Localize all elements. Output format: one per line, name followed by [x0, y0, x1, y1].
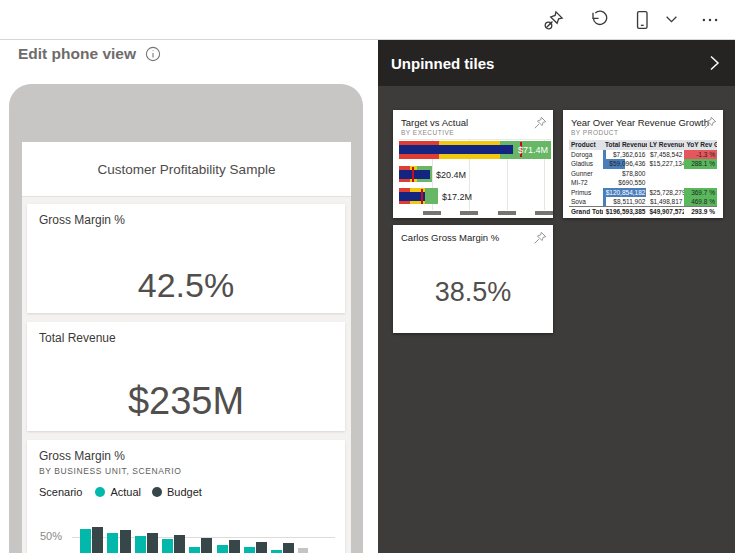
table-cell: $690,550 — [603, 178, 647, 188]
tile-title: Year Over Year Revenue Growth — [571, 117, 709, 128]
table-cell — [647, 178, 684, 188]
bar-budget — [120, 530, 131, 553]
grand-total-row: Grand Total$196,593,385$49,907,572293.9 … — [569, 207, 717, 217]
value-bar — [399, 170, 430, 179]
bar-clipped — [298, 548, 308, 553]
table-cell: Gunner — [569, 169, 603, 179]
card-value: $235M — [27, 380, 345, 423]
phone-view-button[interactable] — [625, 4, 659, 36]
page-title-row: Edit phone view — [18, 45, 161, 63]
bullet-bar-row: $17.2M — [399, 188, 551, 204]
table-cell: $15,227,134 — [647, 159, 684, 169]
unpinned-tiles-panel: Unpinned tiles Target vs Actual BY EXECU… — [378, 40, 735, 553]
clipped-axis-label — [460, 211, 478, 215]
table-row: Doroga$7,362,616$7,458,542-1.3 % — [569, 150, 717, 160]
legend-title: Scenario — [39, 486, 82, 498]
yoy-table: ProductTotal RevenueLY RevenueYoY Rev Gr… — [569, 140, 717, 216]
tile-target-vs-actual[interactable]: Target vs Actual BY EXECUTIVE $71.4M$20.… — [393, 110, 553, 218]
legend-item-budget[interactable]: Budget — [167, 486, 202, 498]
panel-title: Unpinned tiles — [391, 55, 494, 72]
bar-data-label: $17.2M — [442, 192, 472, 202]
table-row: Gladius$59,096,436$15,227,134288.1 % — [569, 159, 717, 169]
range-green — [425, 188, 438, 204]
table-cell: $1,498,817 — [647, 197, 684, 207]
phone-view-dropdown[interactable] — [659, 4, 683, 36]
pin-tile-button[interactable] — [533, 231, 547, 245]
column-header: LY Revenue — [647, 140, 684, 150]
pin-icon — [533, 116, 547, 130]
info-icon[interactable] — [145, 46, 161, 62]
legend-item-actual[interactable]: Actual — [110, 486, 141, 498]
ellipsis-icon — [700, 10, 720, 30]
table-cell: $78,800 — [603, 169, 647, 179]
page-title: Edit phone view — [18, 45, 136, 63]
more-options-button[interactable] — [693, 4, 727, 36]
pin-icon — [533, 231, 547, 245]
table-cell: 293.9 % — [684, 207, 717, 217]
table-row: MI-72$690,550 — [569, 178, 717, 188]
bar-actual — [189, 547, 200, 553]
table-cell — [684, 169, 717, 179]
phone-mockup: Customer Profitability Sample Gross Marg… — [9, 84, 363, 553]
y-axis-tick-label: 50% — [40, 530, 62, 542]
table-cell: Gladius — [569, 159, 603, 169]
bullet-bar-row: $20.4M — [399, 166, 551, 182]
chart-card-gross-margin[interactable]: Gross Margin % BY BUSINESS UNIT, SCENARI… — [27, 440, 345, 553]
tile-subtitle: BY PRODUCT — [571, 129, 619, 136]
bar-actual — [244, 547, 255, 553]
report-title: Customer Profitability Sample — [22, 142, 351, 197]
chart-legend: Scenario Actual Budget — [39, 486, 202, 498]
table-cell: $8,511,902 — [603, 197, 647, 207]
table-cell: Doroga — [569, 150, 603, 160]
bar-data-label: $20.4M — [436, 170, 466, 180]
pin-tile-button[interactable] — [703, 116, 717, 130]
pin-icon — [703, 116, 717, 130]
top-toolbar — [0, 0, 735, 40]
bar-budget — [229, 540, 240, 553]
pin-off-icon — [543, 9, 565, 31]
card-title: Gross Margin % — [39, 213, 125, 227]
panel-header: Unpinned tiles — [378, 40, 735, 86]
card-title: Gross Margin % — [39, 449, 125, 463]
phone-canvas: Customer Profitability Sample Gross Marg… — [22, 142, 351, 553]
card-value: 42.5% — [27, 266, 345, 305]
pin-tile-button[interactable] — [533, 116, 547, 130]
table-cell — [684, 178, 717, 188]
bar-budget — [92, 527, 103, 553]
undo-button[interactable] — [581, 4, 615, 36]
clipped-axis-label — [498, 211, 516, 215]
bar-budget — [256, 542, 267, 553]
clipped-axis-label — [535, 211, 553, 215]
table-cell: $25,728,279 — [647, 188, 684, 198]
kpi-card-gross-margin[interactable]: Gross Margin % 42.5% — [27, 204, 345, 313]
tile-value: 38.5% — [393, 277, 553, 308]
tile-title: Target vs Actual — [401, 117, 468, 128]
kpi-card-total-revenue[interactable]: Total Revenue $235M — [27, 322, 345, 431]
table-row: Primus$120,854,182$25,728,279369.7 % — [569, 188, 717, 198]
bar-data-label: $71.4M — [518, 145, 548, 155]
tile-subtitle: BY EXECUTIVE — [401, 129, 454, 136]
chevron-right-icon — [707, 55, 723, 71]
tile-yoy-revenue-growth[interactable]: Year Over Year Revenue Growth BY PRODUCT… — [563, 110, 723, 218]
bar-actual — [135, 536, 146, 553]
table-cell: $49,907,572 — [647, 207, 684, 217]
table-cell: Primus — [569, 188, 603, 198]
collapse-panel-button[interactable] — [707, 55, 725, 73]
legend-dot-actual — [95, 487, 105, 497]
column-header: Product — [569, 140, 603, 150]
target-line — [421, 189, 423, 204]
table-cell: $59,096,436 — [603, 159, 647, 169]
bar-budget — [147, 533, 158, 553]
chevron-down-icon — [665, 13, 678, 26]
bar-budget — [201, 538, 212, 553]
card-title: Total Revenue — [39, 331, 116, 345]
unpin-visual-button[interactable] — [537, 4, 571, 36]
value-bar — [399, 145, 513, 154]
tile-carlos-gross-margin[interactable]: Carlos Gross Margin % 38.5% — [393, 225, 553, 333]
table-cell: -1.3 % — [684, 150, 717, 160]
table-cell: 369.7 % — [684, 188, 717, 198]
table-cell: $7,458,542 — [647, 150, 684, 160]
table-cell: 288.1 % — [684, 159, 717, 169]
table-cell: $120,854,182 — [603, 188, 647, 198]
bar-budget — [174, 535, 185, 553]
